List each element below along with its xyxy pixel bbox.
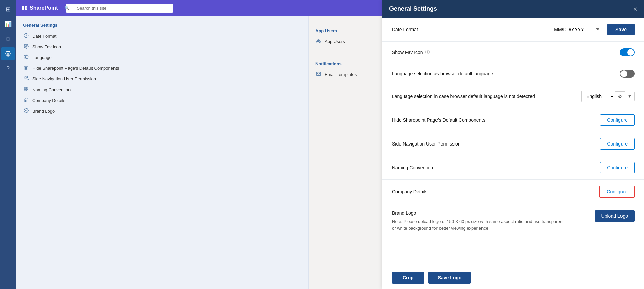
language-browser-toggle[interactable] [620,70,635,78]
nav-item-email-templates[interactable]: Email Templates [309,69,382,80]
language-gear-button[interactable]: ⚙ [615,91,625,101]
naming-convention-row: Naming Convention Configure [382,156,644,180]
svg-rect-10 [24,87,25,89]
app-users-icon [315,38,321,44]
notifications-nav-title: Notifications [309,60,382,69]
cloud-icon[interactable] [1,32,15,46]
naming-convention-label: Naming Convention [392,165,433,170]
nav-item-side-nav-label: Side Navigation User Permission [32,76,96,81]
brand-logo-content: Brand Logo Note: Please upload logo of 1… [392,210,566,231]
nav-item-language-label: Language [32,55,52,60]
side-nav-icon [23,76,29,82]
svg-rect-12 [24,90,25,91]
nav-item-company-details[interactable]: Company Details [16,95,308,106]
panel-header: General Settings × [382,0,644,18]
naming-convention-configure-button[interactable]: Configure [600,162,635,173]
general-settings-panel: General Settings × Date Format MM/DD/YYY… [382,0,644,289]
top-header: SharePoint [16,0,382,16]
email-templates-icon [315,71,321,77]
svg-point-1 [7,53,9,55]
side-nav-configure-button[interactable]: Configure [600,138,635,150]
svg-point-15 [317,39,319,41]
search-input[interactable] [66,4,173,13]
nav-item-company-details-label: Company Details [32,98,65,103]
svg-rect-3 [25,6,27,8]
chart-icon[interactable]: 📊 [1,17,15,31]
show-fav-icon-toggle[interactable] [620,48,635,56]
hide-sharepoint-row: Hide Sharepoint Page's Default Component… [382,108,644,132]
panel-footer: Crop Save Logo [382,266,644,289]
language-browser-row: Language selection as browser default la… [382,63,644,84]
nav-item-side-nav[interactable]: Side Navigation User Permission [16,73,308,84]
date-format-select[interactable]: MM/DD/YYYY DD/MM/YYYY YYYY/MM/DD [550,24,603,35]
hide-sharepoint-label: Hide Sharepoint Page's Default Component… [392,117,485,123]
brand-logo-header: Brand Logo Note: Please upload logo of 1… [392,210,635,231]
sidebar-icons: ⊞ 📊 ? [0,0,16,289]
nav-item-hide-sharepoint-label: Hide Sharepoint Page's Default Component… [32,66,119,71]
language-dropdown-button[interactable]: ▼ [625,92,635,101]
date-format-row: Date Format MM/DD/YYYY DD/MM/YYYY YYYY/M… [382,18,644,42]
naming-convention-icon [23,86,29,93]
app-name: SharePoint [30,5,58,11]
panel-close-button[interactable]: × [633,6,637,12]
nav-item-date-format-label: Date Format [32,34,56,39]
svg-rect-16 [316,72,321,76]
upload-logo-button[interactable]: Upload Logo [595,210,635,222]
show-fav-icon-label: Show Fav Icon ⓘ [392,49,430,55]
date-format-label: Date Format [392,27,418,32]
language-fallback-controls: English French Spanish ⚙ ▼ [581,91,635,102]
nav-item-date-format[interactable]: Date Format [16,31,308,41]
hide-sharepoint-icon: ▣ [23,65,29,71]
brand-logo-note: Note: Please upload logo of 150 X 60 px … [392,218,566,231]
svg-rect-4 [22,8,24,10]
language-fallback-label: Language selection in case browser defau… [392,94,535,99]
brand-logo-title: Brand Logo [392,210,566,216]
date-format-icon [23,33,29,39]
brand-logo-section: Brand Logo Note: Please upload logo of 1… [382,204,644,240]
svg-rect-2 [22,6,24,8]
fav-icon-nav-icon [23,44,29,50]
nav-item-email-templates-label: Email Templates [325,72,357,77]
svg-rect-11 [26,87,28,89]
svg-point-0 [7,38,9,40]
nav-item-app-users[interactable]: App Users [309,36,382,47]
nav-item-naming-convention[interactable]: Naming Convention [16,84,308,95]
show-fav-icon-info[interactable]: ⓘ [425,49,430,55]
nav-col-2: App Users App Users Notifications [308,16,382,289]
help-icon[interactable]: ? [1,62,15,75]
settings-icon[interactable] [1,47,15,60]
search-wrapper [62,4,173,13]
svg-rect-13 [26,90,28,91]
side-nav-row: Side Navigation User Permission Configur… [382,132,644,156]
nav-item-hide-sharepoint[interactable]: ▣ Hide Sharepoint Page's Default Compone… [16,63,308,73]
nav-item-show-fav-icon[interactable]: Show Fav Icon [16,41,308,52]
svg-point-9 [25,76,26,78]
date-format-controls: MM/DD/YYYY DD/MM/YYYY YYYY/MM/DD Save [550,24,635,35]
panel-body: Date Format MM/DD/YYYY DD/MM/YYYY YYYY/M… [382,18,644,266]
show-fav-icon-row: Show Fav Icon ⓘ [382,42,644,63]
nav-item-language[interactable]: Language [16,52,308,63]
company-details-row: Company Details Configure [382,180,644,204]
company-details-configure-button[interactable]: Configure [599,186,635,198]
app-logo: SharePoint [21,5,58,11]
grid-icon[interactable]: ⊞ [1,3,15,16]
language-fallback-select[interactable]: English French Spanish [581,91,615,102]
panel-title: General Settings [389,5,437,12]
nav-item-show-fav-icon-label: Show Fav Icon [32,44,61,49]
save-logo-button[interactable]: Save Logo [428,272,471,284]
nav-item-brand-logo[interactable]: Brand Logo [16,106,308,116]
app-users-nav-title: App Users [309,27,382,36]
nav-item-naming-convention-label: Naming Convention [32,87,71,92]
general-settings-nav-title: General Settings [16,21,308,31]
date-format-save-button[interactable]: Save [607,24,635,35]
hide-sharepoint-configure-button[interactable]: Configure [600,114,635,126]
company-details-icon [23,97,29,103]
svg-point-7 [25,46,27,47]
nav-item-app-users-label: App Users [325,39,345,44]
language-fallback-row: Language selection in case browser defau… [382,84,644,108]
nav-col-1: General Settings Date Format Show Fav Ic… [16,16,308,289]
svg-point-14 [25,110,27,111]
crop-button[interactable]: Crop [392,272,424,284]
brand-logo-icon [23,108,29,114]
side-nav-label: Side Navigation User Permission [392,141,461,147]
